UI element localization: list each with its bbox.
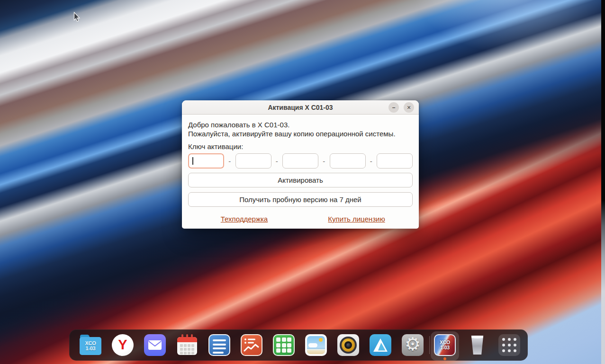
- spreadsheet-icon: [273, 334, 295, 356]
- activation-key-row: - - - -: [188, 153, 413, 169]
- dock-item-xco-files[interactable]: XCO 1-03: [79, 334, 102, 356]
- running-indicator-dot: [443, 357, 446, 360]
- yandex-browser-icon: Y: [112, 334, 134, 356]
- key-segment-1-input[interactable]: [188, 153, 224, 169]
- app-grid-icon: [498, 334, 520, 356]
- dock-item-photos[interactable]: [305, 334, 327, 356]
- key-segment-2-input[interactable]: [235, 153, 271, 169]
- yandex-y-glyph: Y: [118, 338, 127, 352]
- buy-license-link[interactable]: Купить лицензию: [328, 215, 385, 223]
- text-caret: [192, 157, 193, 165]
- key-segment-5-input[interactable]: [377, 153, 413, 169]
- dialog-titlebar[interactable]: Активация X C01-03 – ×: [182, 100, 419, 115]
- key-separator-dash: -: [228, 157, 231, 165]
- activation-dialog: Активация X C01-03 – × Добро пожаловать …: [182, 100, 419, 229]
- trial-button[interactable]: Получить пробную версию на 7 дней: [188, 192, 413, 207]
- dock-item-mail[interactable]: [144, 334, 166, 356]
- dock-item-impress-presentations[interactable]: [240, 334, 263, 356]
- dock-separator: [429, 336, 430, 354]
- folder-icon: XCO 1-03: [80, 337, 101, 355]
- links-row: Техподдержка Купить лицензию: [188, 215, 413, 223]
- dialog-body: Добро пожаловать в X C01-03. Пожалуйста,…: [182, 115, 419, 223]
- screen-right-edge-strip: [601, 0, 605, 364]
- dock-item-calc-spreadsheets[interactable]: [272, 334, 295, 356]
- activation-key-label: Ключ активации:: [188, 142, 413, 151]
- dialog-title: Активация X C01-03: [268, 104, 333, 111]
- dock-item-app-grid[interactable]: [498, 334, 521, 356]
- minimize-button[interactable]: –: [388, 102, 399, 113]
- dock-item-settings[interactable]: ⚙: [401, 334, 424, 356]
- mail-envelope-icon: [144, 334, 166, 356]
- calendar-icon: [177, 337, 197, 355]
- photos-icon: [305, 334, 327, 356]
- presentation-icon: [241, 334, 262, 356]
- trash-icon: [471, 336, 484, 355]
- activate-button[interactable]: Активировать: [188, 173, 413, 187]
- key-separator-dash: -: [323, 157, 325, 165]
- mouse-cursor-icon: [73, 12, 81, 23]
- document-icon: [208, 334, 230, 356]
- close-button[interactable]: ×: [404, 102, 414, 113]
- speaker-icon: [337, 334, 359, 356]
- key-separator-dash: -: [276, 157, 278, 165]
- dock-item-music-player[interactable]: [337, 334, 360, 356]
- key-separator-dash: -: [370, 157, 372, 165]
- dock-item-xco-activation-active[interactable]: XCO 1-03: [433, 334, 456, 356]
- dock-item-app-store[interactable]: [369, 334, 392, 356]
- xco-app-icon: XCO 1-03: [434, 334, 456, 356]
- app-store-triangle-icon: [370, 334, 391, 356]
- welcome-line-1: Добро пожаловать в X C01-03.: [188, 120, 413, 129]
- welcome-line-2: Пожалуйста, активируйте вашу копию опера…: [188, 129, 413, 138]
- dock: XCO 1-03 Y: [69, 329, 528, 361]
- dock-item-trash[interactable]: [466, 334, 488, 356]
- key-segment-3-input[interactable]: [282, 153, 318, 169]
- xco-label-line2: 1-03: [440, 345, 450, 350]
- gear-icon: ⚙: [402, 334, 424, 356]
- desktop: Активация X C01-03 – × Добро пожаловать …: [0, 0, 605, 364]
- dock-item-writer-documents[interactable]: [208, 334, 231, 356]
- dock-item-calendar[interactable]: [176, 334, 199, 356]
- key-segment-4-input[interactable]: [330, 153, 366, 169]
- folder-label-line2: 1-03: [86, 346, 96, 352]
- dock-item-yandex-browser[interactable]: Y: [111, 334, 134, 356]
- support-link[interactable]: Техподдержка: [221, 215, 268, 223]
